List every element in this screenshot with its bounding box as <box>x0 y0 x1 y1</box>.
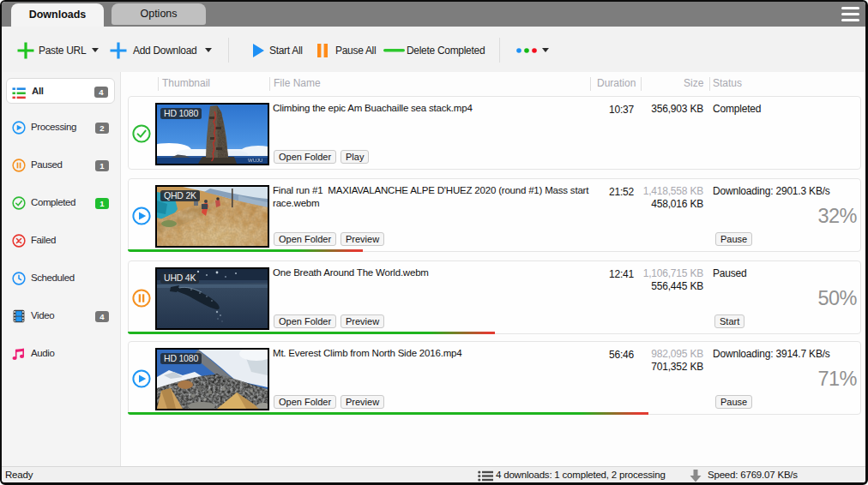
svg-text:WUJU: WUJU <box>248 158 262 163</box>
